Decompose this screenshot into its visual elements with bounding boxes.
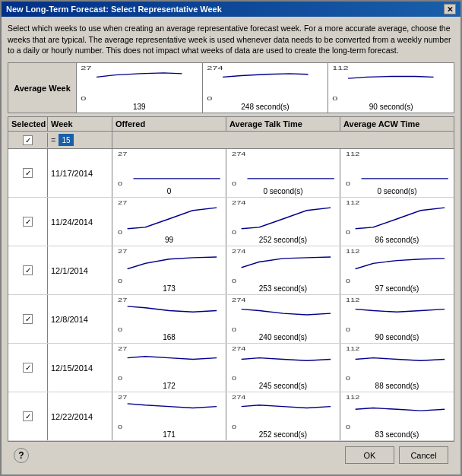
avg-acw-label: 90 second(s)	[369, 103, 413, 111]
row6-offered-label: 171	[163, 430, 176, 439]
row3-acw-chart: 112 0 97 second(s)	[340, 246, 454, 294]
row4-offered-svg: 27 0	[115, 297, 223, 333]
svg-text:112: 112	[346, 201, 359, 206]
footer-left: ?	[14, 448, 29, 463]
row6-att-svg: 274 0	[229, 394, 337, 430]
th-week: Week	[48, 117, 112, 131]
row5-offered-svg: 27 0	[115, 345, 223, 382]
row1-checkbox[interactable]	[23, 168, 33, 178]
svg-text:0: 0	[118, 424, 122, 430]
avg-offered-chart: 27 0	[78, 65, 201, 103]
svg-text:274: 274	[207, 65, 223, 71]
svg-text:0: 0	[232, 376, 236, 381]
table-row: 12/22/2014 27 0 171 274 0	[8, 392, 454, 441]
row5-week: 12/15/2014	[48, 344, 112, 392]
svg-text:0: 0	[346, 181, 350, 186]
svg-text:274: 274	[232, 298, 245, 303]
row2-acw-chart: 112 0 86 second(s)	[340, 198, 454, 246]
svg-text:0: 0	[118, 278, 122, 284]
row3-att-svg: 274 0	[229, 248, 337, 284]
filter-row: = 15	[8, 132, 454, 149]
filter-eq-label: =	[51, 135, 55, 144]
avg-att-label: 248 second(s)	[241, 103, 289, 111]
svg-text:27: 27	[118, 249, 127, 255]
help-button[interactable]: ?	[14, 448, 29, 463]
row3-acw-svg: 112 0	[343, 248, 451, 284]
row6-acw-label: 83 second(s)	[375, 430, 419, 439]
row6-checkbox[interactable]	[23, 411, 33, 421]
svg-text:0: 0	[346, 424, 350, 430]
svg-text:0: 0	[232, 181, 236, 186]
row5-acw-chart: 112 0 88 second(s)	[340, 344, 454, 392]
row3-checkbox[interactable]	[23, 265, 33, 275]
row1-att-label: 0 second(s)	[263, 187, 302, 195]
row3-att-label: 253 second(s)	[259, 284, 307, 293]
table-row: 12/15/2014 27 0 172 274 0	[8, 344, 454, 392]
svg-text:27: 27	[118, 298, 127, 303]
title-bar: New Long-Term Forecast: Select Represent…	[2, 2, 460, 17]
row4-offered-chart: 27 0 168	[112, 295, 226, 343]
row3-offered-chart: 27 0 173	[112, 246, 226, 294]
row5-acw-svg: 112 0	[343, 345, 451, 382]
table-row: 11/17/2014 27 0 0 274 0	[8, 149, 454, 198]
row4-att-label: 240 second(s)	[259, 333, 307, 341]
svg-text:112: 112	[346, 347, 359, 352]
row5-offered-label: 172	[163, 382, 176, 390]
th-att: Average Talk Time	[226, 117, 340, 131]
svg-text:27: 27	[118, 201, 127, 206]
filter-checkbox-cell	[8, 133, 48, 148]
description-text: Select which weeks to use when creating …	[8, 23, 454, 56]
filter-week-cell: = 15	[48, 132, 112, 148]
svg-text:274: 274	[232, 152, 245, 157]
svg-text:0: 0	[346, 327, 350, 332]
row1-offered-chart: 27 0 0	[112, 149, 226, 197]
window-title: New Long-Term Forecast: Select Represent…	[6, 5, 222, 14]
average-week-section: Average Week 27 0 139 274 0 248 second(s…	[8, 62, 454, 113]
row5-checkbox[interactable]	[23, 363, 33, 373]
row4-att-chart: 274 0 240 second(s)	[226, 295, 340, 343]
th-selected: Selected	[8, 117, 48, 131]
row4-acw-label: 90 second(s)	[375, 333, 419, 341]
row2-att-chart: 274 0 252 second(s)	[226, 198, 340, 246]
row5-checkbox-cell	[8, 344, 48, 392]
content-area: Select which weeks to use when creating …	[2, 17, 460, 474]
svg-text:112: 112	[346, 249, 359, 255]
row3-offered-svg: 27 0	[115, 248, 223, 284]
row4-checkbox[interactable]	[23, 314, 33, 324]
table-header: Selected Week Offered Average Talk Time …	[8, 117, 454, 132]
table-body[interactable]: 11/17/2014 27 0 0 274 0	[8, 149, 454, 441]
average-week-label: Average Week	[8, 63, 77, 113]
svg-text:112: 112	[346, 395, 359, 401]
svg-text:112: 112	[333, 65, 350, 71]
filter-checkbox[interactable]	[23, 135, 33, 145]
close-button[interactable]: ✕	[444, 4, 456, 14]
svg-text:0: 0	[232, 278, 236, 284]
row1-att-chart: 274 0 0 second(s)	[226, 149, 340, 197]
row1-offered-label: 0	[167, 187, 172, 195]
svg-text:112: 112	[346, 298, 359, 303]
svg-text:0: 0	[118, 327, 122, 332]
cancel-button[interactable]: Cancel	[399, 446, 448, 464]
svg-text:0: 0	[333, 96, 338, 102]
svg-text:0: 0	[346, 376, 350, 381]
row5-att-svg: 274 0	[229, 345, 337, 382]
row1-week: 11/17/2014	[48, 149, 112, 197]
row2-checkbox[interactable]	[23, 217, 33, 227]
svg-text:0: 0	[346, 230, 350, 235]
th-acw: Average ACW Time	[340, 117, 454, 131]
row2-checkbox-cell	[8, 198, 48, 246]
row4-acw-chart: 112 0 90 second(s)	[340, 295, 454, 343]
row1-acw-svg: 112 0	[343, 151, 451, 187]
row2-offered-svg: 27 0	[115, 199, 223, 236]
row6-offered-chart: 27 0 171	[112, 392, 226, 440]
table-row: 11/24/2014 27 0 99 274 0	[8, 198, 454, 246]
svg-text:27: 27	[118, 152, 127, 157]
avg-acw-chart-cell: 112 0 90 second(s)	[328, 63, 454, 113]
row6-acw-chart: 112 0 83 second(s)	[340, 392, 454, 440]
row5-att-label: 245 second(s)	[259, 382, 307, 390]
row6-acw-svg: 112 0	[343, 394, 451, 430]
row6-offered-svg: 27 0	[115, 394, 223, 430]
ok-button[interactable]: OK	[345, 446, 394, 464]
svg-text:274: 274	[232, 249, 245, 255]
footer-right: OK Cancel	[345, 446, 448, 464]
